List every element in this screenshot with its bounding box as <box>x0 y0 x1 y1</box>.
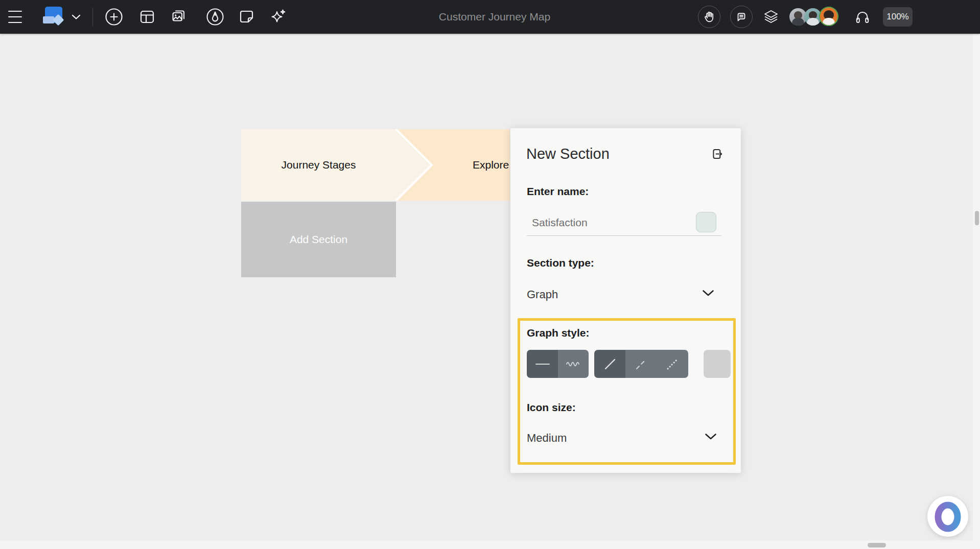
graph-stroke-solid-button[interactable] <box>594 350 625 378</box>
ai-magic-button[interactable] <box>268 7 289 27</box>
vertical-scrollbar[interactable] <box>973 34 980 549</box>
line-stroke-group <box>594 350 688 378</box>
diagonal-dotted-icon <box>663 355 682 373</box>
enter-name-label: Enter name: <box>527 185 589 198</box>
graph-stroke-dotted-button[interactable] <box>657 350 688 378</box>
icon-size-chevron-icon[interactable] <box>705 433 717 440</box>
hamburger-icon <box>8 11 22 12</box>
graph-style-options <box>527 350 731 378</box>
o-logo-icon <box>927 496 968 537</box>
vertical-scrollbar-thumb[interactable] <box>975 211 979 225</box>
horizontal-scrollbar[interactable] <box>0 540 980 549</box>
chat-bubble-icon <box>735 10 748 23</box>
section-type-dropdown[interactable]: Graph <box>527 288 558 301</box>
chevron-down-icon <box>72 14 81 20</box>
diagonal-solid-icon <box>601 355 619 373</box>
document-title[interactable]: Customer Journey Map <box>439 0 550 34</box>
straight-line-icon <box>534 356 551 372</box>
template-button[interactable] <box>137 7 157 27</box>
template-layout-icon <box>138 8 156 26</box>
export-icon <box>710 146 725 161</box>
panel-export-button[interactable] <box>709 146 726 163</box>
graph-color-swatch[interactable] <box>704 350 731 378</box>
zoom-level-button[interactable]: 100% <box>883 7 913 27</box>
toolbar-divider <box>92 8 93 26</box>
graph-style-label: Graph style: <box>527 327 590 339</box>
name-input-underline <box>527 235 721 236</box>
graph-stroke-dashed-button[interactable] <box>625 350 657 378</box>
line-shape-group <box>527 350 589 378</box>
stage-explore-label: Explore <box>473 129 509 201</box>
new-section-panel: New Section Enter name: Satisfaction Sec… <box>510 128 741 473</box>
draw-tool-button[interactable] <box>205 7 225 27</box>
section-name-input[interactable]: Satisfaction <box>532 217 588 229</box>
pen-circle-icon <box>205 7 225 27</box>
hand-tool-button[interactable] <box>698 6 720 28</box>
graph-style-wavy-button[interactable] <box>558 350 589 378</box>
journey-stages-banner[interactable] <box>241 129 435 201</box>
audio-button[interactable] <box>852 7 873 27</box>
assistant-button[interactable] <box>927 496 968 537</box>
hand-icon <box>703 10 716 23</box>
collaborator-avatar-active[interactable] <box>819 7 838 26</box>
main-menu-button[interactable] <box>8 11 22 23</box>
collaborator-avatars <box>789 8 838 26</box>
comments-button[interactable] <box>730 6 753 28</box>
layers-icon <box>762 8 780 26</box>
circle-plus-icon <box>104 7 124 27</box>
topbar: Customer Journey Map <box>0 0 980 34</box>
image-icon <box>171 8 188 26</box>
section-type-chevron-icon[interactable] <box>702 290 714 297</box>
horizontal-scrollbar-thumb[interactable] <box>868 543 886 547</box>
icon-size-label: Icon size: <box>527 401 576 414</box>
graph-style-straight-button[interactable] <box>527 350 558 378</box>
headphones-icon <box>854 9 871 25</box>
section-type-label: Section type: <box>527 257 594 269</box>
add-section-button[interactable]: Add Section <box>241 202 396 277</box>
app-window: Customer Journey Map <box>0 0 980 549</box>
panel-title: New Section <box>526 146 610 162</box>
app-logo <box>43 6 68 28</box>
icon-size-dropdown[interactable]: Medium <box>527 432 567 445</box>
wavy-line-icon <box>565 356 582 372</box>
sparkles-icon <box>270 8 287 26</box>
layers-button[interactable] <box>761 7 781 27</box>
insert-image-button[interactable] <box>169 7 190 27</box>
insert-shape-button[interactable] <box>104 7 124 27</box>
app-logo-button[interactable] <box>43 5 83 29</box>
diagonal-dashed-icon <box>632 355 650 373</box>
sticky-note-button[interactable] <box>237 7 257 27</box>
sticky-note-icon <box>238 8 255 26</box>
section-color-swatch[interactable] <box>696 212 716 232</box>
